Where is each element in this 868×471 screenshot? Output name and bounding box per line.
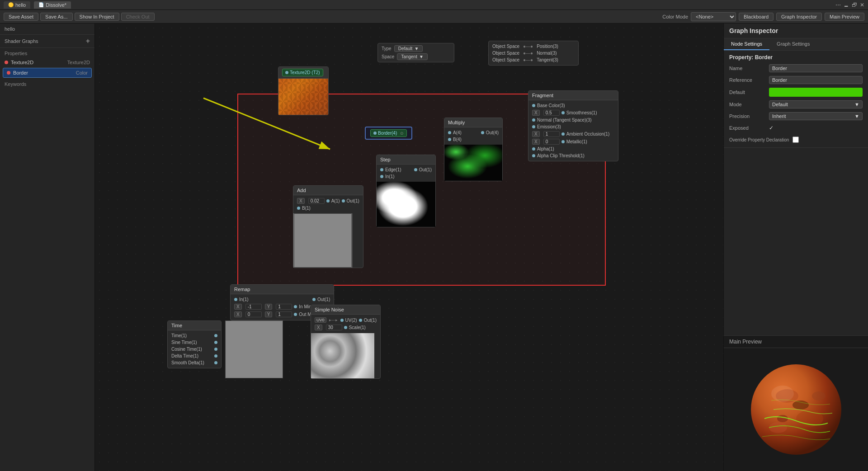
preview-sphere xyxy=(746,360,846,459)
mode-dropdown[interactable]: Default ▼ xyxy=(769,100,863,108)
border-type: Color xyxy=(76,70,88,75)
connection-lines xyxy=(95,24,231,91)
inspector-panel: Property: Border Name Reference Default … xyxy=(724,51,868,335)
svg-point-8 xyxy=(793,400,809,410)
simple-noise-node[interactable]: Simple Noise UV0 ▸—▸ UV(2) Out(1) X 30 S… xyxy=(311,305,381,379)
save-asset-button[interactable]: Save Asset xyxy=(4,13,38,21)
texture2d-node[interactable]: Texture2D (T2) xyxy=(278,66,329,115)
name-input[interactable] xyxy=(769,64,863,72)
reference-label: Reference xyxy=(729,77,765,83)
color-mode-label: Color Mode xyxy=(662,14,688,19)
show-in-project-button[interactable]: Show In Project xyxy=(75,13,119,21)
texture2d-type: Texture2D xyxy=(67,60,90,65)
more-icon[interactable]: ⋯ xyxy=(835,2,841,8)
minimize-icon[interactable]: 🗕 xyxy=(844,2,849,8)
add-body: X 0.02 A(1) Out(1) B(1) xyxy=(293,195,363,213)
multiply-body: A(4) Out(4) B(4) xyxy=(444,127,502,145)
texture2d-badge: Texture2D (T2) xyxy=(282,69,323,76)
sidebar-title: hello xyxy=(5,26,15,32)
gray-thumbnail-1 xyxy=(225,320,283,378)
inspector-tabs: Node Settings Graph Settings xyxy=(724,38,868,51)
exposed-checkmark: ✓ xyxy=(769,125,774,131)
shader-graphs-header: Shader Graphs + xyxy=(0,35,94,48)
fragment-node[interactable]: Fragment Base Color(3) X 0.5 Smoothness(… xyxy=(528,90,618,161)
fragment-metallic: X 0 Metallic(1) xyxy=(528,138,618,146)
main-preview-tab[interactable]: Main Preview xyxy=(825,13,864,21)
border-label: Border xyxy=(13,70,28,75)
gray-thumbnail-2 xyxy=(294,213,352,268)
blackboard-tab[interactable]: Blackboard xyxy=(739,13,774,21)
title-bar: 🟡 hello 📄 Dissolve* ⋯ 🗕 🗗 ✕ xyxy=(0,0,868,10)
tab-dissolve[interactable]: 📄 Dissolve* xyxy=(34,1,71,9)
color-mode-section: Color Mode <None> Default User Created C… xyxy=(662,12,864,21)
vertex-output-node: Object Space ●—● Position(3) Object Spac… xyxy=(488,41,579,66)
mode-label: Mode xyxy=(729,102,765,107)
add-shader-graph-button[interactable]: + xyxy=(86,38,90,45)
step-in-port: In(1) xyxy=(377,173,435,180)
add-header: Add xyxy=(293,186,363,195)
svg-point-7 xyxy=(812,391,826,400)
precision-dropdown[interactable]: Inherit ▼ xyxy=(769,112,863,120)
exposed-label: Exposed xyxy=(729,125,765,131)
window-controls: ⋯ 🗕 🗗 ✕ xyxy=(835,2,864,8)
fragment-ao: X 1 Ambient Occlusion(1) xyxy=(528,130,618,138)
graph-inspector-tab[interactable]: Graph Inspector xyxy=(776,13,822,21)
tab-hello[interactable]: 🟡 hello xyxy=(4,1,30,9)
close-icon[interactable]: ✕ xyxy=(860,2,864,8)
noise-scale-port: X 30 Scale(1) xyxy=(311,324,380,331)
add-b-port: B(1) xyxy=(293,205,363,212)
noise-preview xyxy=(311,333,374,378)
color-mode-select[interactable]: <None> Default User Created Category xyxy=(691,12,736,21)
default-color-swatch[interactable] xyxy=(769,88,863,97)
prop-row-reference: Reference xyxy=(724,74,868,86)
delta-time-port: Delta Time(1) xyxy=(168,353,221,359)
property-border-title: Property: Border xyxy=(724,51,868,62)
step-node[interactable]: Step Edge(1) Out(1) In(1) xyxy=(376,155,436,227)
fragment-body: Base Color(3) X 0.5 Smoothness(1) Normal… xyxy=(528,100,618,161)
save-as-button[interactable]: Save As... xyxy=(40,13,73,21)
texture2d-node-header: Texture2D (T2) xyxy=(278,67,328,79)
texture2d-dot xyxy=(5,61,8,64)
reference-input[interactable] xyxy=(769,76,863,84)
multiply-preview xyxy=(444,145,502,181)
multiply-node[interactable]: Multiply A(4) Out(4) B(4) xyxy=(444,118,503,181)
sidebar-item-texture2d[interactable]: Texture2D Texture2D xyxy=(0,58,94,67)
default-label: Default xyxy=(729,89,765,95)
noise-uv-port: UV0 ▸—▸ UV(2) Out(1) xyxy=(311,316,380,324)
hello-tab-label: hello xyxy=(15,2,26,8)
fragment-smoothness: X 0.5 Smoothness(1) xyxy=(528,109,618,117)
prop-row-mode: Mode Default ▼ xyxy=(724,99,868,110)
precision-label: Precision xyxy=(729,113,765,119)
multiply-b-port: B(4) xyxy=(444,136,502,143)
graph-canvas[interactable]: Object Space ●—● Position(3) Object Spac… xyxy=(95,24,723,471)
step-header: Step xyxy=(377,155,435,165)
fragment-header: Fragment xyxy=(528,91,618,100)
smooth-delta-port: Smooth Delta(1) xyxy=(168,359,221,366)
remap-header: Remap xyxy=(231,285,334,294)
border-graph-node[interactable]: Border(4) ⊙ xyxy=(365,127,412,140)
maximize-icon[interactable]: 🗗 xyxy=(852,2,857,8)
space-dropdown[interactable]: Tangent ▼ xyxy=(397,53,428,60)
type-row: Type Default ▼ xyxy=(382,45,450,52)
graph-settings-tab[interactable]: Graph Settings xyxy=(769,38,817,50)
panel-divider-1 xyxy=(724,147,868,148)
svg-point-6 xyxy=(769,422,787,433)
sidebar-header: hello xyxy=(0,24,94,35)
prop-row-override: Override Property Declaration xyxy=(724,134,868,146)
check-out-button[interactable]: Check Out xyxy=(121,13,155,21)
shader-graphs-label: Shader Graphs xyxy=(5,38,38,44)
sidebar-item-border[interactable]: Border Color xyxy=(3,68,92,78)
time-node[interactable]: Time Time(1) Sine Time(1) Cosine Time(1)… xyxy=(167,320,222,368)
remap-in-port: In(1) Out(1) xyxy=(231,296,334,303)
properties-title: Properties xyxy=(0,48,94,58)
space-row: Space Tangent ▼ xyxy=(382,53,450,60)
main-layout: hello Shader Graphs + Properties Texture… xyxy=(0,24,868,471)
time-body: Time(1) Sine Time(1) Cosine Time(1) Delt… xyxy=(168,330,221,368)
node-settings-tab[interactable]: Node Settings xyxy=(724,38,769,50)
override-checkbox[interactable] xyxy=(793,137,799,143)
override-label: Override Property Declaration xyxy=(729,137,789,142)
dissolve-tab-label: Dissolve* xyxy=(46,2,66,8)
type-dropdown[interactable]: Default ▼ xyxy=(394,45,423,52)
fragment-base-color: Base Color(3) xyxy=(528,102,618,109)
step-edge-port: Edge(1) Out(1) xyxy=(377,166,435,173)
